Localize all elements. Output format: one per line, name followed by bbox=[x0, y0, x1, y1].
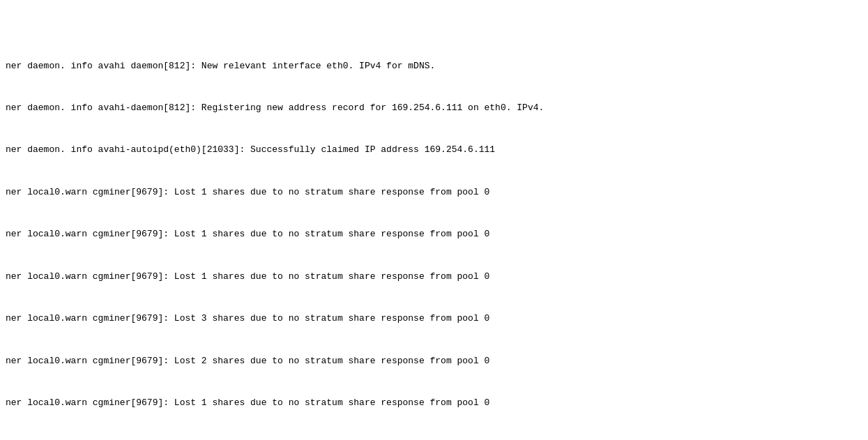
log-line: ner daemon. info avahi-autoipd(eth0)[210… bbox=[6, 143, 862, 157]
log-line: ner local0.warn cgminer[9679]: Lost 1 sh… bbox=[6, 185, 862, 199]
log-line: ner local0.warn cgminer[9679]: Lost 1 sh… bbox=[6, 227, 862, 241]
log-line: ner local0.warn cgminer[9679]: Lost 1 sh… bbox=[6, 270, 862, 284]
log-line: ner local0.warn cgminer[9679]: Lost 3 sh… bbox=[6, 312, 862, 326]
log-line: ner local0.warn cgminer[9679]: Lost 2 sh… bbox=[6, 354, 862, 368]
log-line: ner daemon. info avahi-daemon[812]: Regi… bbox=[6, 101, 862, 115]
log-line: ner daemon. info avahi daemon[812]: New … bbox=[6, 59, 862, 73]
log-line: ner local0.warn cgminer[9679]: Lost 1 sh… bbox=[6, 396, 862, 410]
log-container: ner daemon. info avahi daemon[812]: New … bbox=[0, 0, 868, 440]
